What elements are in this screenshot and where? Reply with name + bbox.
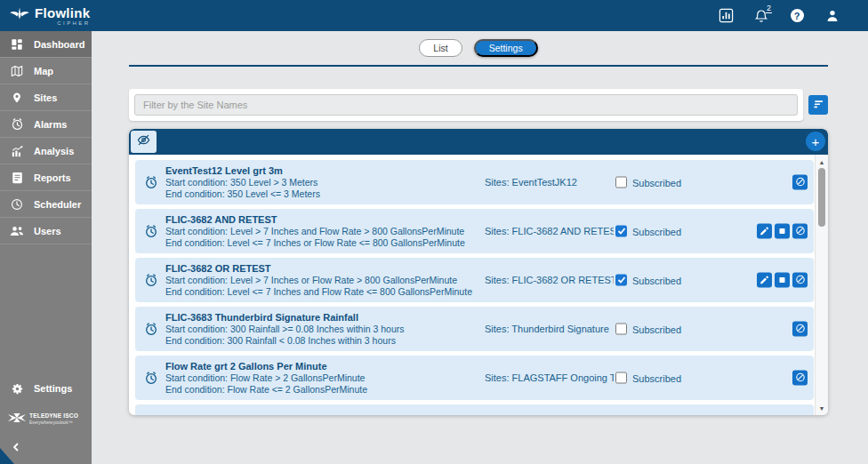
flowlink-leaf-icon (9, 7, 30, 25)
alarm-card: Flow Rate grt 2 Gallons Per MinuteStart … (135, 356, 814, 400)
alarm-title: FLIC-3682 AND RETEST (165, 214, 481, 226)
sidebar-item-dashboard[interactable]: Dashboard (0, 31, 92, 58)
subscribed-checkbox[interactable] (615, 324, 627, 335)
chart-icon[interactable] (715, 5, 736, 27)
subscribed-checkbox[interactable] (615, 226, 627, 237)
alarm-sites: Sites: FLIC-3682 AND RETEST (485, 226, 623, 236)
view-toggle: List Settings (129, 31, 828, 65)
settings-tab-button[interactable]: Settings (474, 39, 538, 57)
alarm-clock-icon (144, 273, 158, 287)
card-actions (792, 175, 808, 190)
alarm-title: FLIC-3682 OR RETEST (165, 263, 481, 275)
edit-button[interactable] (757, 273, 772, 288)
add-alarm-button[interactable]: + (806, 132, 825, 151)
stop-icon (777, 223, 787, 239)
reports-icon (10, 172, 24, 184)
alarm-clock-icon (144, 322, 158, 336)
subscribed-group: Subscribed (614, 226, 681, 237)
sidebar-item-label: Sites (34, 92, 57, 103)
bell-icon[interactable]: 2 (751, 5, 772, 27)
disable-button[interactable] (792, 322, 808, 337)
vertical-scrollbar[interactable]: ▲ ▼ (815, 155, 828, 415)
edit-icon (760, 223, 769, 239)
sidebar-item-label: Reports (34, 172, 71, 183)
subscribed-checkbox[interactable] (615, 372, 627, 384)
sidebar-item-map[interactable]: Map (0, 58, 92, 84)
subscribed-label: Subscribed (632, 324, 681, 334)
list-tab-button[interactable]: List (419, 39, 462, 57)
sidebar-item-settings[interactable]: Settings (0, 377, 92, 400)
card-actions (792, 322, 808, 337)
alarm-list: EventTest12 Level grt 3mStart condition:… (129, 155, 814, 415)
card-actions (757, 224, 808, 239)
sidebar-nav: DashboardMapSitesAlarmsAnalysisReportsSc… (0, 31, 92, 244)
dashboard-icon (10, 38, 24, 51)
hide-button[interactable] (131, 131, 157, 153)
scroll-down-arrow[interactable]: ▼ (816, 403, 828, 413)
subscribed-checkbox[interactable] (615, 275, 627, 286)
map-icon (10, 65, 24, 77)
sidebar-item-sites[interactable]: Sites (0, 84, 92, 111)
sidebar-item-label: Users (34, 226, 61, 236)
subscribed-label: Subscribed (632, 372, 681, 383)
brand-name: Flowlink (35, 6, 90, 20)
disable-button[interactable] (792, 273, 808, 288)
subscribed-label: Subscribed (632, 226, 681, 236)
user-icon[interactable] (822, 5, 843, 27)
site-filter-input[interactable] (134, 94, 798, 116)
sidebar-item-users[interactable]: Users (0, 218, 92, 244)
scrollbar-thumb[interactable] (818, 168, 825, 227)
stop-icon (777, 272, 787, 288)
sidebar-item-alarms[interactable]: Alarms (0, 111, 92, 138)
scroll-up-arrow[interactable]: ▲ (816, 156, 828, 167)
alarm-clock-icon (144, 224, 158, 238)
sidebar-item-reports[interactable]: Reports (0, 164, 92, 191)
sidebar-item-label: Analysis (34, 146, 74, 156)
alarm-title: FLIC-3683 Thunderbird Signature Rainfall (165, 312, 481, 324)
disable-button[interactable] (792, 175, 808, 190)
alarm-card-partial (135, 404, 814, 415)
notification-badge: 2 (766, 4, 772, 13)
stop-button[interactable] (775, 224, 790, 239)
alarm-end-condition: End condition: Level <= 7 Inches or Flow… (165, 237, 481, 249)
alarm-card: FLIC-3683 Thunderbird Signature Rainfall… (135, 307, 814, 351)
alarm-sites: Sites: FLIC-3682 OR RETEST (485, 275, 617, 285)
alarm-end-condition: End condition: Flow Rate <= 2 GallonsPer… (165, 384, 481, 396)
users-icon (10, 226, 24, 236)
sidebar-settings-label: Settings (34, 383, 72, 394)
sidebar-item-scheduler[interactable]: Scheduler (0, 191, 92, 218)
app-header: Flowlink CIPHER 2 ? (0, 0, 868, 31)
eye-off-icon (137, 133, 150, 150)
alarm-end-condition: End condition: 350 Level <= 3 Meters (165, 188, 481, 200)
alarm-card: FLIC-3682 OR RETESTStart condition: Leve… (135, 258, 814, 302)
subscribed-group: Subscribed (614, 177, 681, 188)
teledyne-tagline: Everywhereyoulook™ (29, 420, 78, 425)
stop-button[interactable] (775, 273, 790, 288)
sidebar: DashboardMapSitesAlarmsAnalysisReportsSc… (0, 31, 92, 464)
alarm-clock-icon (144, 175, 158, 189)
sidebar-collapse-chevron-left-icon[interactable] (0, 432, 92, 464)
filter-icon (813, 97, 824, 113)
alarm-start-condition: Start condition: 300 Rainfall >= 0.08 In… (165, 324, 481, 335)
sidebar-item-analysis[interactable]: Analysis (0, 138, 92, 164)
help-icon[interactable]: ? (786, 5, 808, 27)
filter-button[interactable] (808, 95, 828, 115)
edit-button[interactable] (757, 224, 772, 239)
subscribed-checkbox[interactable] (615, 177, 627, 188)
header-icons: 2 ? (715, 5, 843, 27)
disable-icon (795, 272, 806, 288)
content-divider (129, 65, 828, 67)
alarm-start-condition: Start condition: 350 Level > 3 Meters (165, 177, 481, 188)
alarm-sites: Sites: Thunderbird Signature (485, 324, 609, 334)
disable-icon (795, 174, 806, 190)
alarm-start-condition: Start condition: Flow Rate > 2 GallonsPe… (165, 372, 481, 384)
alarm-end-condition: End condition: Level <= 7 Inches and Flo… (165, 286, 481, 298)
sidebar-item-label: Scheduler (34, 199, 81, 210)
alarm-title: EventTest12 Level grt 3m (165, 165, 481, 177)
disable-button[interactable] (792, 224, 808, 239)
disable-button[interactable] (792, 371, 808, 386)
alarm-card: EventTest12 Level grt 3mStart condition:… (135, 160, 814, 204)
sidebar-item-label: Dashboard (34, 39, 84, 50)
subscribed-group: Subscribed (614, 372, 681, 384)
filter-panel (129, 89, 803, 121)
